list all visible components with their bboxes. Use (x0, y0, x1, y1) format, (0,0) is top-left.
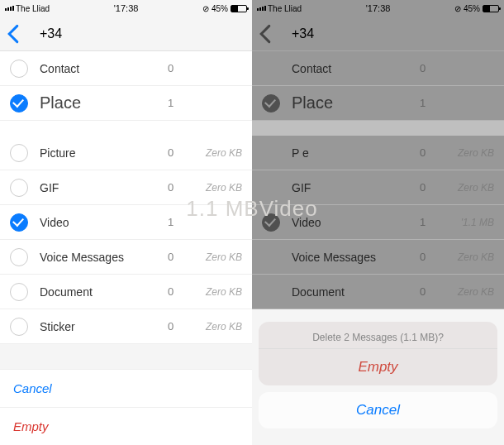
row-picture[interactable]: P e 0 Zero KB (252, 136, 504, 170)
row-size: Zero KB (194, 286, 242, 298)
carrier: The Lliad (16, 4, 50, 13)
row-label: Voice Messages (40, 251, 168, 264)
row-gif[interactable]: GIF 0 Zero KB (252, 170, 504, 205)
battery-percent: 45% (464, 4, 480, 13)
row-count: 0 (168, 251, 194, 263)
sheet-header: Delete 2 Messages (1.1 MB)? (259, 322, 497, 348)
row-label: Video (40, 216, 168, 229)
cancel-button[interactable]: Cancel (0, 370, 252, 408)
row-count: 1 (420, 97, 446, 109)
row-voice[interactable]: Voice Messages 0 Zero KB (252, 240, 504, 275)
battery-percent: 45% (212, 4, 228, 13)
empty-button[interactable]: Empty (0, 408, 252, 445)
row-label: Place (40, 93, 168, 112)
radio-checked-icon (10, 213, 28, 232)
radio-checked-icon (262, 213, 280, 232)
radio-icon (10, 60, 28, 78)
clock: '17:38 (366, 3, 391, 13)
row-label: Video (292, 216, 420, 229)
row-picture[interactable]: Picture 0 Zero KB (0, 136, 252, 170)
rotation-lock-icon: ⊘ (202, 4, 209, 13)
row-contact[interactable]: Contact 0 (0, 51, 252, 86)
screen-right: The Lliad '17:38 ⊘ 45% +34 Contact (252, 0, 504, 445)
status-bar: The Lliad '17:38 ⊘ 45% (252, 0, 504, 17)
row-gif[interactable]: GIF 0 Zero KB (0, 170, 252, 205)
row-place[interactable]: Place 1 (252, 86, 504, 121)
row-size: Zero KB (446, 182, 494, 194)
row-document[interactable]: Document 0 Zero KB (252, 275, 504, 309)
row-size: Zero KB (446, 147, 494, 159)
nav-title: +34 (292, 26, 314, 41)
nav-bar: +34 (0, 17, 252, 51)
row-contact[interactable]: Contact 0 (252, 51, 504, 86)
row-size: Zero KB (194, 251, 242, 263)
row-count: 0 (168, 320, 194, 333)
row-count: 0 (420, 251, 446, 263)
row-label: Document (292, 285, 420, 299)
row-voice[interactable]: Voice Messages 0 Zero KB (0, 240, 252, 275)
row-label: Document (40, 285, 168, 299)
action-sheet: Delete 2 Messages (1.1 MB)? Empty Cancel (259, 322, 497, 428)
clock: '17:38 (114, 3, 139, 13)
row-label: Picture (40, 146, 168, 160)
back-button[interactable] (259, 24, 272, 44)
row-size: Zero KB (446, 251, 494, 263)
back-button[interactable] (7, 24, 20, 44)
radio-icon (262, 283, 280, 301)
radio-icon (262, 60, 280, 78)
radio-icon (10, 283, 28, 301)
footer: Cancel Empty (0, 369, 252, 445)
row-size: Zero KB (194, 147, 242, 159)
radio-checked-icon (10, 94, 28, 112)
row-count: 0 (168, 62, 194, 74)
radio-checked-icon (262, 94, 280, 112)
row-place[interactable]: Place 1 (0, 86, 252, 121)
battery-icon (483, 5, 499, 12)
sheet-cancel-button[interactable]: Cancel (259, 392, 497, 428)
status-bar: The Lliad '17:38 ⊘ 45% (0, 0, 252, 17)
row-count: 0 (168, 181, 194, 194)
row-label: Contact (40, 62, 168, 75)
row-label: GIF (292, 181, 420, 194)
row-size: Zero KB (194, 321, 242, 333)
radio-icon (10, 318, 28, 336)
row-count: 0 (420, 181, 446, 194)
battery-icon (231, 5, 247, 12)
signal-icon (257, 6, 266, 11)
row-label: GIF (40, 181, 168, 194)
radio-icon (262, 144, 280, 162)
screen-left: The Lliad '17:38 ⊘ 45% +34 Contact 0 (0, 0, 252, 445)
rotation-lock-icon: ⊘ (454, 4, 461, 13)
row-document[interactable]: Document 0 Zero KB (0, 275, 252, 309)
row-size: '1.1 MB (446, 217, 494, 228)
radio-icon (10, 248, 28, 266)
row-count: 0 (168, 285, 194, 298)
row-video[interactable]: Video 1 (0, 205, 252, 240)
radio-icon (262, 179, 280, 197)
radio-icon (10, 179, 28, 197)
row-label: Contact (292, 62, 420, 75)
radio-icon (10, 144, 28, 162)
row-count: 1 (168, 97, 194, 109)
row-label: Sticker (40, 320, 168, 333)
row-label: P e (292, 146, 420, 160)
row-size: Zero KB (446, 286, 494, 298)
row-sticker[interactable]: Sticker 0 Zero KB (0, 309, 252, 344)
row-count: 1 (168, 216, 194, 228)
row-label: Voice Messages (292, 251, 420, 264)
carrier: The Lliad (268, 4, 302, 13)
row-count: 0 (420, 62, 446, 74)
nav-title: +34 (40, 26, 62, 41)
radio-icon (262, 248, 280, 266)
row-video[interactable]: Video 1 '1.1 MB (252, 205, 504, 240)
nav-bar: +34 (252, 17, 504, 51)
signal-icon (5, 6, 14, 11)
row-count: 1 (420, 216, 446, 228)
row-size: Zero KB (194, 182, 242, 194)
sheet-empty-button[interactable]: Empty (259, 348, 497, 385)
row-label: Place (292, 93, 420, 112)
row-count: 0 (420, 146, 446, 159)
row-count: 0 (420, 285, 446, 298)
row-count: 0 (168, 146, 194, 159)
